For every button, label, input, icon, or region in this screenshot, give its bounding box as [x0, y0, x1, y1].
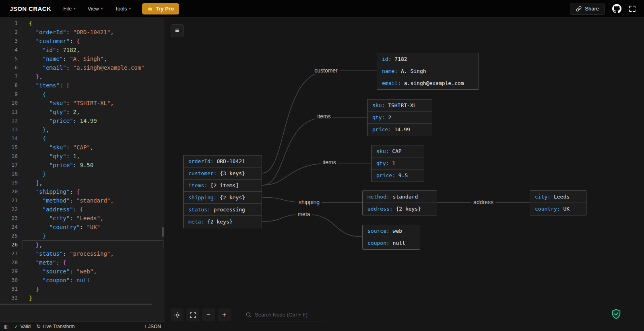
code-line-28[interactable]: 28 "meta": {	[0, 258, 165, 267]
node-row-qty[interactable]: qty: 1	[372, 157, 424, 170]
code-line-22[interactable]: 22 "address": {	[0, 205, 165, 214]
shield-icon[interactable]	[609, 307, 623, 321]
code-line-21[interactable]: 21 "method": "standard",	[0, 196, 165, 205]
node-row-country[interactable]: country: UK	[530, 203, 586, 215]
node-row-method[interactable]: method: standard	[363, 191, 437, 203]
code-line-23[interactable]: 23 "city": "Leeds",	[0, 214, 165, 223]
code-line-15[interactable]: 15 "sku": "CAP",	[0, 143, 165, 152]
line-number: 17	[0, 161, 18, 170]
line-number: 7	[0, 72, 18, 81]
editor-vertical-scrollbar[interactable]	[162, 227, 164, 237]
code-text: "city": "Leeds",	[29, 214, 103, 223]
code-line-24[interactable]: 24 "country": "UK"	[0, 223, 165, 232]
graph-node-address[interactable]: city: Leedscountry: UK	[530, 190, 586, 215]
editor-horizontal-scrollbar[interactable]	[0, 304, 152, 305]
node-row-price[interactable]: price: 9.5	[372, 170, 424, 182]
node-row-orderId[interactable]: orderId: ORD-10421	[184, 155, 262, 168]
code-line-26[interactable]: 26 },	[0, 240, 165, 249]
code-line-7[interactable]: 7 },	[0, 72, 165, 81]
refresh-icon: ↻	[36, 323, 41, 329]
node-row-source[interactable]: source: web	[363, 225, 420, 237]
menu-tools[interactable]: Tools ▾	[115, 6, 131, 12]
code-line-31[interactable]: 31 }	[0, 285, 165, 294]
node-row-sku[interactable]: sku: CAP	[372, 145, 424, 157]
node-row-sku[interactable]: sku: TSHIRT-XL	[367, 99, 432, 112]
node-row-city[interactable]: city: Leeds	[530, 191, 586, 203]
graph-panel[interactable]: customeritemsitemsshippingmetaaddress or…	[165, 18, 644, 331]
graph-node-shipping[interactable]: method: standardaddress: {2 keys}	[362, 190, 437, 215]
edge-label-items: items	[320, 159, 338, 166]
menu-file[interactable]: File ▾	[63, 6, 75, 12]
node-row-price[interactable]: price: 14.99	[367, 124, 432, 136]
zoom-in-button[interactable]: +	[218, 308, 231, 321]
editor-lines[interactable]: 1{2 "orderId": "ORD-10421",3 "customer":…	[0, 18, 165, 321]
code-line-9[interactable]: 9 {	[0, 90, 165, 99]
format-selector[interactable]: ↑ JSON	[144, 324, 161, 329]
node-row-address[interactable]: address: {2 keys}	[363, 203, 437, 215]
graph-node-customer[interactable]: id: 7182name: A. Singhemail: a.singh@exa…	[377, 53, 479, 90]
line-number: 8	[0, 81, 18, 90]
code-line-14[interactable]: 14 {	[0, 134, 165, 143]
code-line-19[interactable]: 19 ],	[0, 178, 165, 187]
zoom-to-fit-button[interactable]	[171, 308, 184, 321]
statusbar: ◧ ✓ Valid ↻ Live Transform ↑ JSON	[0, 321, 165, 331]
graph-node-meta[interactable]: source: webcoupon: null	[362, 225, 420, 250]
code-line-32[interactable]: 32}	[0, 294, 165, 302]
code-line-20[interactable]: 20 "shipping": {	[0, 187, 165, 196]
node-row-id[interactable]: id: 7182	[377, 53, 479, 65]
zoom-out-button[interactable]: −	[202, 308, 215, 321]
node-row-shipping[interactable]: shipping: {2 keys}	[184, 192, 262, 204]
code-line-3[interactable]: 3 "customer": {	[0, 37, 165, 46]
code-line-5[interactable]: 5 "name": "A. Singh",	[0, 54, 165, 63]
code-line-2[interactable]: 2 "orderId": "ORD-10421",	[0, 28, 165, 37]
node-row-name[interactable]: name: A. Singh	[377, 65, 479, 77]
code-line-1[interactable]: 1{	[0, 19, 165, 28]
code-line-11[interactable]: 11 "qty": 2,	[0, 108, 165, 116]
code-text: }	[29, 294, 32, 302]
code-line-25[interactable]: 25 }	[0, 232, 165, 240]
fit-screen-button[interactable]	[186, 308, 199, 321]
code-line-18[interactable]: 18 }	[0, 170, 165, 178]
code-line-12[interactable]: 12 "price": 14.99	[0, 116, 165, 125]
code-line-6[interactable]: 6 "email": "a.singh@example.com"	[0, 63, 165, 72]
code-text: }	[29, 170, 46, 178]
share-label: Share	[585, 6, 599, 12]
search-input[interactable]	[255, 312, 326, 318]
code-line-16[interactable]: 16 "qty": 1,	[0, 152, 165, 161]
line-number: 15	[0, 143, 18, 152]
code-line-30[interactable]: 30 "coupon": null	[0, 276, 165, 285]
try-pro-button[interactable]: Try Pro	[142, 3, 179, 14]
code-text: }	[29, 232, 46, 240]
graph-node-items-1[interactable]: sku: CAPqty: 1price: 9.5	[371, 145, 424, 182]
node-row-meta[interactable]: meta: {2 keys}	[184, 216, 262, 228]
menu-view[interactable]: View ▾	[88, 6, 103, 12]
line-number: 14	[0, 134, 18, 143]
edge-label-items: items	[315, 113, 332, 120]
chevron-down-icon: ▾	[101, 7, 103, 10]
code-text: "price": 9.50	[29, 161, 93, 170]
node-row-customer[interactable]: customer: {3 keys}	[184, 168, 262, 180]
code-line-27[interactable]: 27 "status": "processing",	[0, 249, 165, 258]
code-line-10[interactable]: 10 "sku": "TSHIRT-XL",	[0, 99, 165, 108]
node-row-status[interactable]: status: processing	[184, 204, 262, 216]
github-icon[interactable]	[612, 4, 621, 13]
node-row-email[interactable]: email: a.singh@example.com	[377, 77, 479, 89]
node-row-qty[interactable]: qty: 2	[367, 112, 432, 124]
graph-toolbar: − +	[171, 308, 326, 321]
code-line-8[interactable]: 8 "items": [	[0, 81, 165, 90]
code-line-29[interactable]: 29 "source": "web",	[0, 267, 165, 276]
graph-node-items-0[interactable]: sku: TSHIRT-XLqty: 2price: 14.99	[367, 99, 432, 136]
node-row-coupon[interactable]: coupon: null	[363, 237, 420, 249]
menu-icon[interactable]: ≡	[171, 24, 184, 37]
line-number: 20	[0, 187, 18, 196]
code-line-13[interactable]: 13 },	[0, 125, 165, 134]
share-button[interactable]: Share	[570, 3, 605, 15]
panel-toggle-icon[interactable]: ◧	[4, 324, 8, 329]
code-line-4[interactable]: 4 "id": 7182,	[0, 46, 165, 54]
fullscreen-icon[interactable]	[629, 5, 636, 12]
code-line-17[interactable]: 17 "price": 9.50	[0, 161, 165, 170]
code-text: "method": "standard",	[29, 196, 114, 205]
live-transform-toggle[interactable]: ↻ Live Transform	[36, 323, 74, 329]
graph-node-root[interactable]: orderId: ORD-10421customer: {3 keys}item…	[183, 155, 262, 228]
node-row-items[interactable]: items: [2 items]	[184, 180, 262, 192]
